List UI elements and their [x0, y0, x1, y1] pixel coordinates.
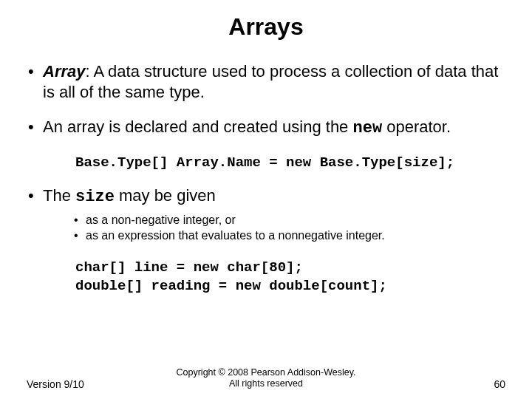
- bullet-3: The size may be given as a non-negative …: [27, 185, 505, 244]
- code-example-2: double[] reading = new double[count];: [75, 278, 387, 294]
- version-label: Version 9/10: [27, 378, 115, 390]
- bullet-1-text: : A data structure used to process a col…: [43, 62, 498, 101]
- bullet-2-text-a: An array is declared and created using t…: [43, 117, 352, 136]
- code-example-1: char[] line = new char[80];: [75, 259, 303, 276]
- sub-bullet-list: as a non-negative integer, or as an expr…: [74, 212, 505, 244]
- keyword-new: new: [352, 119, 382, 137]
- bullet-list-2: The size may be given as a non-negative …: [27, 185, 505, 244]
- bullet-3-text-b: may be given: [115, 186, 216, 205]
- copyright-line-2: All rights reserved: [229, 378, 303, 389]
- slide-footer: Version 9/10 Copyright © 2008 Pearson Ad…: [0, 367, 532, 390]
- bullet-list: Array: A data structure used to process …: [27, 61, 505, 139]
- sub-bullet-1: as a non-negative integer, or: [74, 212, 505, 228]
- copyright: Copyright © 2008 Pearson Addison-Wesley.…: [115, 367, 417, 390]
- bullet-3-text-a: The: [43, 186, 75, 205]
- sub-bullet-2: as an expression that evaluates to a non…: [74, 228, 505, 244]
- page-number: 60: [417, 378, 505, 390]
- slide-title: Arrays: [27, 13, 505, 41]
- term-array: Array: [43, 62, 85, 81]
- bullet-2-text-b: operator.: [382, 117, 451, 136]
- bullet-2: An array is declared and created using t…: [27, 117, 505, 139]
- code-declaration: Base.Type[] Array.Name = new Base.Type[s…: [75, 154, 505, 173]
- bullet-1: Array: A data structure used to process …: [27, 61, 505, 102]
- code-examples: char[] line = new char[80]; double[] rea…: [75, 259, 505, 296]
- keyword-size: size: [75, 188, 115, 206]
- copyright-line-1: Copyright © 2008 Pearson Addison-Wesley.: [177, 367, 356, 378]
